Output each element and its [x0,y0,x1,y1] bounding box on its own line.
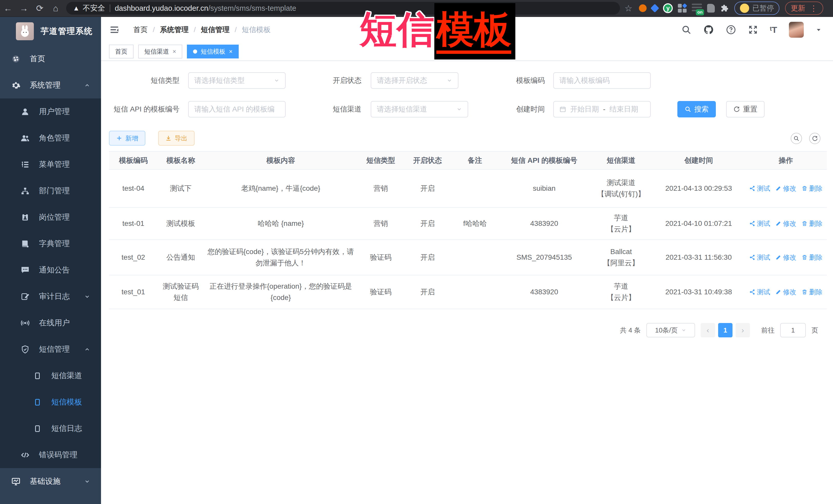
header-search-icon[interactable] [681,25,691,35]
sidebar-item-menus[interactable]: 菜单管理 [0,151,101,178]
refresh-table-button[interactable] [809,133,820,144]
test-link[interactable]: 测试 [749,286,770,297]
extension-orange-icon[interactable] [639,4,647,12]
sidebar-item-audit-log[interactable]: 审计日志 [0,283,101,310]
share-icon [749,289,755,295]
bookmark-star-icon[interactable]: ☆ [624,3,632,13]
extension-blue-gem-icon[interactable] [651,4,660,13]
sidebar-item-home[interactable]: 首页 [0,46,101,72]
sidebar-item-sms-channel[interactable]: 短信渠道 [0,362,101,389]
prev-page-button[interactable]: ‹ [701,323,715,337]
cell-type: 验证码 [358,275,404,309]
address-bar[interactable]: ▲ 不安全 dashboard.yudao.iocoder.cn/system/… [66,2,620,15]
reset-button-label: 重置 [743,104,757,114]
delete-link[interactable]: 删除 [802,252,823,263]
api-template-id-input[interactable] [194,105,280,113]
browser-update-button[interactable]: 更新 ⋮ [785,2,823,15]
breadcrumb-separator: / [153,26,155,34]
browser-back-icon[interactable]: ← [0,3,16,13]
add-button[interactable]: 新增 [109,131,145,146]
tab-sms-channel[interactable]: 短信渠道 × [138,45,182,58]
breadcrumb-sms[interactable]: 短信管理 [201,25,230,34]
edit-link[interactable]: 修改 [775,218,796,229]
sidebar-item-system[interactable]: 系统管理 [0,72,101,98]
sidebar-item-sms-template[interactable]: 短信模板 [0,389,101,415]
sidebar-item-online-users[interactable]: 在线用户 [0,310,101,336]
cell-type: 营销 [358,208,404,240]
cell-channel: 芋道【云片】 [590,275,652,309]
template-code-input[interactable] [560,76,645,85]
extensions-puzzle-icon[interactable] [720,4,729,13]
sidebar-item-sms[interactable]: 短信管理 [0,336,101,362]
refresh-icon [733,106,740,113]
help-icon[interactable] [726,25,736,35]
plus-icon [116,135,122,141]
profile-paused-button[interactable]: 已暂停 [734,2,779,15]
search-button[interactable]: 搜索 [677,101,716,117]
current-page-button[interactable]: 1 [718,323,733,337]
profile-emoji-avatar [740,4,749,13]
font-size-icon[interactable]: ᵗT [770,25,777,35]
channel-select[interactable]: 请选择短信渠道 [371,101,468,117]
app-logo[interactable]: 芋道管理系统 [0,17,101,46]
extension-grid-icon[interactable] [678,4,687,13]
date-range-picker[interactable]: 开始日期 - 结束日期 [553,101,651,117]
edit-link[interactable]: 修改 [775,286,796,297]
fullscreen-icon[interactable] [748,25,758,35]
sms-type-select[interactable]: 请选择短信类型 [188,72,286,89]
tab-label: 首页 [115,47,127,56]
edit-link[interactable]: 修改 [775,183,796,194]
sidebar-item-label: 短信渠道 [51,370,82,381]
sidebar-collapse-icon[interactable] [109,25,120,35]
test-link[interactable]: 测试 [749,218,770,229]
mobile-icon [32,397,43,407]
sidebar-item-error-codes[interactable]: 错误码管理 [0,442,101,468]
export-button[interactable]: 导出 [158,131,195,146]
close-icon[interactable]: × [172,48,176,55]
edit-icon [775,289,782,295]
delete-link[interactable]: 删除 [802,183,823,194]
breadcrumb-separator: / [235,26,237,34]
sidebar-item-infrastructure[interactable]: 基础设施 [0,468,101,495]
browser-forward-icon[interactable]: → [16,3,32,13]
browser-reload-icon[interactable]: ⟳ [32,3,48,13]
delete-link[interactable]: 删除 [802,218,823,229]
github-icon[interactable] [703,24,714,35]
tab-home[interactable]: 首页 [109,45,134,58]
breadcrumb: 首页 / 系统管理 / 短信管理 / 短信模板 [133,25,270,34]
test-link[interactable]: 测试 [749,183,770,194]
test-link[interactable]: 测试 [749,252,770,263]
breadcrumb-system[interactable]: 系统管理 [160,25,189,34]
extension-list-on-icon[interactable]: on [692,4,702,13]
browser-menu-icon[interactable]: ⋮ [810,4,817,13]
sidebar-item-users[interactable]: 用户管理 [0,98,101,125]
extension-gray-icon[interactable] [707,4,715,13]
trash-icon [802,220,808,226]
sidebar-item-posts[interactable]: 岗位管理 [0,204,101,231]
edit-link[interactable]: 修改 [775,252,796,263]
tab-sms-template[interactable]: 短信模板 × [187,45,239,58]
user-avatar[interactable] [789,22,804,38]
sidebar-item-dict[interactable]: 字典管理 [0,231,101,257]
download-icon [165,135,171,141]
page-size-select[interactable]: 10条/页 [646,323,695,337]
reset-button[interactable]: 重置 [726,101,765,117]
status-select[interactable]: 请选择开启状态 [371,72,458,89]
api-template-id-input-box [188,101,286,117]
goto-page-input[interactable] [780,323,806,337]
delete-link[interactable]: 删除 [802,286,823,297]
cell-created: 2021-04-10 01:07:21 [652,208,745,240]
sidebar-item-departments[interactable]: 部门管理 [0,178,101,204]
breadcrumb-home[interactable]: 首页 [133,25,148,34]
date-separator: - [603,105,605,113]
browser-home-icon[interactable]: ⌂ [48,3,64,13]
sidebar-item-roles[interactable]: 角色管理 [0,125,101,151]
avatar-caret-icon[interactable] [815,27,822,33]
extension-green-y-icon[interactable]: y [663,3,673,13]
close-icon[interactable]: × [229,48,233,55]
sidebar-item-notice[interactable]: 通知公告 [0,257,101,283]
cell-api-id: 4383920 [499,208,590,240]
next-page-button[interactable]: › [736,323,750,337]
show-search-toggle-button[interactable] [791,133,802,144]
sidebar-item-sms-log[interactable]: 短信日志 [0,415,101,442]
